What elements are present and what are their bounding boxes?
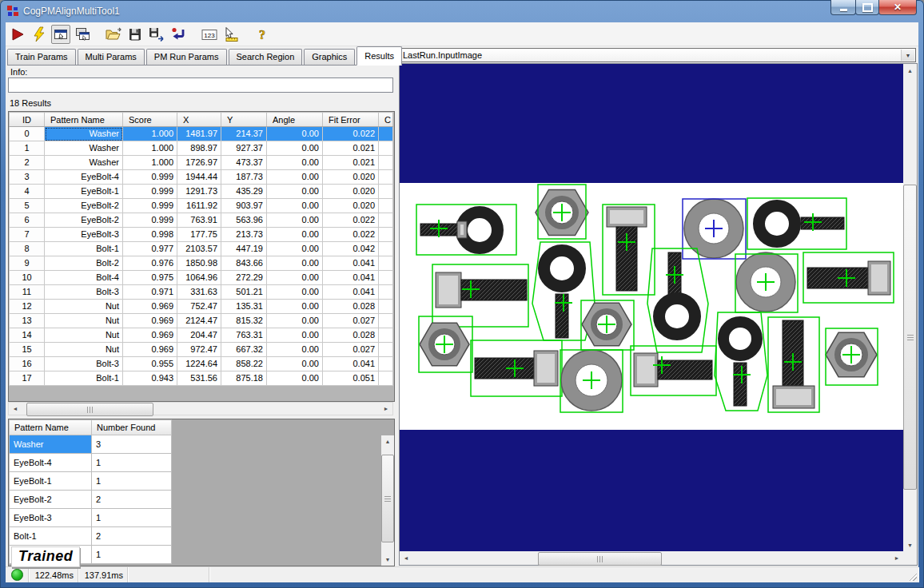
results-row[interactable]: 2Washer1.0001726.97473.370.000.021 [10, 156, 393, 170]
image-selector-value: LastRun.InputImage [403, 50, 482, 60]
results-column-header[interactable]: Score [123, 113, 177, 127]
summary-row[interactable]: Washer3 [10, 435, 172, 454]
tab-graphics[interactable]: Graphics [304, 49, 355, 65]
results-row[interactable]: 12Nut0.969752.47135.310.000.028 [10, 300, 393, 314]
scroll-thumb[interactable] [538, 552, 662, 566]
results-row[interactable]: 8Bolt-10.9772103.57447.190.000.042 [10, 242, 393, 256]
window-title: CogPMAlignMultiTool1 [23, 6, 120, 17]
minimize-icon [840, 9, 847, 11]
close-button[interactable]: ✕ [878, 0, 917, 15]
image-hscrollbar[interactable]: ◄ ► [400, 551, 903, 565]
results-row[interactable]: 17Bolt-10.943531.56875.180.000.051 [10, 371, 393, 386]
tab-results[interactable]: Results [356, 46, 402, 66]
summary-column-header[interactable]: Number Found [92, 420, 172, 435]
numeric-format-icon[interactable]: 123 [200, 25, 219, 44]
scroll-right-icon[interactable]: ► [380, 403, 392, 415]
summary-grid[interactable]: Pattern NameNumber FoundWasher3EyeBolt-4… [8, 419, 395, 566]
title-bar[interactable]: CogPMAlignMultiTool1 ✕ [0, 0, 924, 22]
results-column-header[interactable]: Angle [267, 113, 323, 127]
summary-row[interactable]: EyeBolt-31 [10, 509, 172, 527]
results-row[interactable]: 5EyeBolt-20.9991611.92903.970.000.020 [10, 199, 393, 213]
info-field[interactable] [8, 77, 393, 93]
measure-icon[interactable] [221, 25, 241, 44]
help-icon[interactable]: ? [253, 25, 272, 44]
run-icon[interactable] [8, 25, 27, 44]
results-hscrollbar[interactable]: ◄ ► [8, 402, 393, 415]
image-selector[interactable]: LastRun.InputImage ▼ [399, 48, 916, 62]
scroll-right-icon[interactable]: ► [890, 551, 903, 565]
results-row[interactable]: 3EyeBolt-40.9991944.44187.730.000.020 [10, 170, 393, 185]
status-total-time: 137.91ms [78, 567, 128, 582]
tab-train-params[interactable]: Train Params [7, 49, 76, 65]
scroll-left-icon[interactable]: ◄ [400, 551, 412, 565]
scroll-up-icon[interactable]: ▲ [903, 64, 917, 77]
results-row[interactable]: 13Nut0.9692124.47815.320.000.027 [10, 314, 393, 328]
scrollbar-corner [903, 551, 917, 565]
status-indicator [11, 569, 23, 581]
results-row[interactable]: 15Nut0.969972.47667.320.000.027 [10, 343, 393, 357]
summary-row[interactable]: EyeBolt-11 [10, 472, 172, 491]
results-count-label: 18 Results [10, 98, 51, 108]
save-icon[interactable] [125, 25, 145, 44]
close-icon: ✕ [894, 2, 902, 13]
toolbar: 123 ? [6, 22, 918, 46]
scroll-left-icon[interactable]: ◄ [9, 403, 22, 415]
reset-icon[interactable] [169, 25, 188, 44]
client-area: 123 ? Train ParamsMulti ParamsPM Run Par… [6, 22, 918, 582]
scroll-thumb[interactable] [26, 403, 153, 416]
trained-badge: Trained [11, 546, 80, 567]
tab-pm-run-params[interactable]: PM Run Params [146, 49, 227, 65]
svg-text:123: 123 [204, 31, 215, 38]
results-row[interactable]: 0Washer1.0001481.97214.370.000.022 [10, 127, 393, 141]
chevron-down-icon[interactable]: ▼ [901, 50, 914, 61]
status-run-time: 122.48ms [29, 567, 78, 582]
scroll-up-icon[interactable]: ▲ [381, 435, 394, 447]
results-row[interactable]: 6EyeBolt-20.999763.91563.960.000.022 [10, 213, 393, 228]
summary-row[interactable]: EyeBolt-41 [10, 454, 172, 472]
results-column-header[interactable]: Y [221, 113, 267, 127]
results-grid[interactable]: IDPattern NameScoreXYAngleFit ErrorC0Was… [8, 111, 395, 402]
scroll-thumb[interactable] [903, 185, 917, 490]
image-display[interactable] [400, 64, 903, 551]
results-row[interactable]: 7EyeBolt-30.998177.75213.730.000.022 [10, 228, 393, 242]
show-image-icon[interactable] [51, 25, 70, 44]
results-column-header[interactable]: Fit Error [323, 113, 379, 127]
live-run-icon[interactable] [30, 25, 49, 44]
tab-multi-params[interactable]: Multi Params [78, 49, 145, 65]
results-column-header[interactable]: X [177, 113, 221, 127]
summary-row[interactable]: EyeBolt-22 [10, 491, 172, 509]
save-as-icon[interactable] [147, 25, 166, 44]
summary-vscrollbar[interactable]: ▲ ▼ [381, 435, 394, 566]
maximize-button[interactable] [855, 0, 879, 15]
float-image-icon[interactable] [73, 25, 92, 44]
summary-column-header[interactable]: Pattern Name [10, 420, 92, 435]
results-row[interactable]: 14Nut0.969204.47763.310.000.028 [10, 328, 393, 343]
scroll-down-icon[interactable]: ▼ [903, 538, 917, 551]
results-row[interactable]: 10Bolt-40.9751064.96272.290.000.041 [10, 271, 393, 285]
results-row[interactable]: 16Bolt-30.9551224.64858.220.000.041 [10, 357, 393, 371]
resize-grip[interactable] [906, 570, 917, 581]
scroll-thumb[interactable] [381, 455, 394, 542]
svg-text:?: ? [259, 28, 265, 42]
results-row[interactable]: 9Bolt-20.9761850.98843.660.000.041 [10, 256, 393, 271]
maximize-icon [862, 3, 873, 12]
results-row[interactable]: 4EyeBolt-10.9991291.73435.290.000.020 [10, 185, 393, 199]
image-viewport: ▲ ▼ ◄ ► [399, 63, 918, 566]
scroll-down-icon[interactable]: ▼ [381, 554, 394, 566]
status-bar: 122.48ms 137.91ms [6, 566, 918, 582]
results-column-header[interactable]: C [379, 113, 393, 127]
summary-row[interactable]: Bolt-12 [10, 527, 172, 546]
window: CogPMAlignMultiTool1 ✕ 123 ? Train Param… [0, 0, 924, 588]
minimize-button[interactable] [830, 0, 856, 15]
image-vscrollbar[interactable]: ▲ ▼ [903, 64, 917, 551]
tab-search-region[interactable]: Search Region [229, 49, 303, 65]
results-column-header[interactable]: Pattern Name [45, 113, 123, 127]
results-column-header[interactable]: ID [10, 113, 45, 127]
tab-strip: Train ParamsMulti ParamsPM Run ParamsSea… [7, 46, 397, 66]
app-icon [7, 6, 19, 18]
open-file-icon[interactable] [104, 25, 123, 44]
info-label: Info: [10, 67, 27, 77]
results-row[interactable]: 11Bolt-30.971331.63501.210.000.041 [10, 285, 393, 300]
results-row[interactable]: 1Washer1.000898.97927.370.000.021 [10, 141, 393, 156]
